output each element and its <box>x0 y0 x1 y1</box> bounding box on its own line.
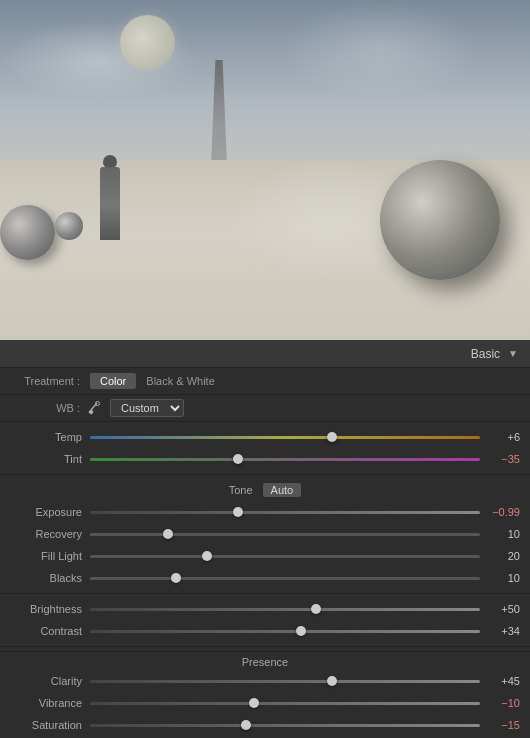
recovery-value: 10 <box>488 528 520 540</box>
fill-light-row: Fill Light 20 <box>0 545 530 567</box>
clarity-slider-track[interactable] <box>90 680 480 683</box>
blacks-slider-thumb[interactable] <box>171 573 181 583</box>
exposure-label: Exposure <box>10 506 82 518</box>
sphere-right <box>380 160 500 280</box>
tint-label: Tint <box>10 453 82 465</box>
tone-auto-button[interactable]: Auto <box>263 483 302 497</box>
svg-rect-1 <box>88 409 94 415</box>
wb-row: WB : Custom Auto Daylight Cloudy Shade <box>0 395 530 422</box>
wb-label: WB : <box>10 402 80 414</box>
saturation-value: −15 <box>488 719 520 731</box>
tint-slider-track[interactable] <box>90 458 480 461</box>
brightness-slider-track[interactable] <box>90 608 480 611</box>
vibrance-row: Vibrance −10 <box>0 692 530 714</box>
temp-row: Temp +6 <box>0 426 530 448</box>
exposure-value: −0.99 <box>488 506 520 518</box>
brightness-label: Brightness <box>10 603 82 615</box>
sky-cloud-right <box>280 0 480 100</box>
clarity-value: +45 <box>488 675 520 687</box>
clarity-row: Clarity +45 <box>0 670 530 692</box>
blacks-value: 10 <box>488 572 520 584</box>
sphere-mid <box>55 212 83 240</box>
contrast-slider-track[interactable] <box>90 630 480 633</box>
treatment-bw-button[interactable]: Black & White <box>136 373 224 389</box>
exposure-slider-thumb[interactable] <box>233 507 243 517</box>
figure-body <box>100 167 120 207</box>
saturation-slider-track[interactable] <box>90 724 480 727</box>
clarity-slider-thumb[interactable] <box>327 676 337 686</box>
presence-header: Presence <box>0 651 530 670</box>
eyedropper-tool[interactable] <box>86 399 104 417</box>
blacks-label: Blacks <box>10 572 82 584</box>
presence-section: Presence Clarity +45 Vibrance −10 Satura… <box>0 647 530 738</box>
tone-header: Tone Auto <box>0 479 530 501</box>
temp-slider-thumb[interactable] <box>327 432 337 442</box>
saturation-slider-thumb[interactable] <box>241 720 251 730</box>
temp-slider-track[interactable] <box>90 436 480 439</box>
temp-tint-section: Temp +6 Tint −35 <box>0 422 530 475</box>
temp-label: Temp <box>10 431 82 443</box>
figure-legs <box>100 205 120 240</box>
exposure-row: Exposure −0.99 <box>0 501 530 523</box>
contrast-value: +34 <box>488 625 520 637</box>
basic-panel: Basic ▼ Treatment : Color Black & White … <box>0 340 530 738</box>
brightness-row: Brightness +50 <box>0 598 530 620</box>
vibrance-value: −10 <box>488 697 520 709</box>
brightness-contrast-section: Brightness +50 Contrast +34 <box>0 594 530 647</box>
saturation-row: Saturation −15 <box>0 714 530 736</box>
blacks-row: Blacks 10 <box>0 567 530 589</box>
treatment-color-button[interactable]: Color <box>90 373 136 389</box>
moon <box>120 15 175 70</box>
panel-title: Basic <box>0 347 508 361</box>
contrast-label: Contrast <box>10 625 82 637</box>
panel-header: Basic ▼ <box>0 340 530 368</box>
presence-title: Presence <box>242 656 288 668</box>
panel-collapse-arrow[interactable]: ▼ <box>508 348 518 359</box>
photo-canvas <box>0 0 530 340</box>
treatment-row: Treatment : Color Black & White <box>0 368 530 395</box>
recovery-label: Recovery <box>10 528 82 540</box>
treatment-label: Treatment : <box>10 375 80 387</box>
recovery-slider-track[interactable] <box>90 533 480 536</box>
wb-select[interactable]: Custom Auto Daylight Cloudy Shade <box>110 399 184 417</box>
vibrance-slider-thumb[interactable] <box>249 698 259 708</box>
fill-light-slider-track[interactable] <box>90 555 480 558</box>
figure-person <box>95 155 125 240</box>
clarity-label: Clarity <box>10 675 82 687</box>
fill-light-label: Fill Light <box>10 550 82 562</box>
brightness-slider-thumb[interactable] <box>311 604 321 614</box>
temp-value: +6 <box>488 431 520 443</box>
exposure-slider-track[interactable] <box>90 511 480 514</box>
brightness-value: +50 <box>488 603 520 615</box>
tint-row: Tint −35 <box>0 448 530 470</box>
vibrance-slider-track[interactable] <box>90 702 480 705</box>
tone-section: Tone Auto Exposure −0.99 Recovery 10 Fil… <box>0 475 530 594</box>
contrast-slider-thumb[interactable] <box>296 626 306 636</box>
saturation-label: Saturation <box>10 719 82 731</box>
fill-light-value: 20 <box>488 550 520 562</box>
contrast-row: Contrast +34 <box>0 620 530 642</box>
tint-value: −35 <box>488 453 520 465</box>
recovery-slider-thumb[interactable] <box>163 529 173 539</box>
tone-title: Tone <box>229 484 253 496</box>
vibrance-label: Vibrance <box>10 697 82 709</box>
recovery-row: Recovery 10 <box>0 523 530 545</box>
sphere-left <box>0 205 55 260</box>
tint-slider-thumb[interactable] <box>233 454 243 464</box>
blacks-slider-track[interactable] <box>90 577 480 580</box>
fill-light-slider-thumb[interactable] <box>202 551 212 561</box>
